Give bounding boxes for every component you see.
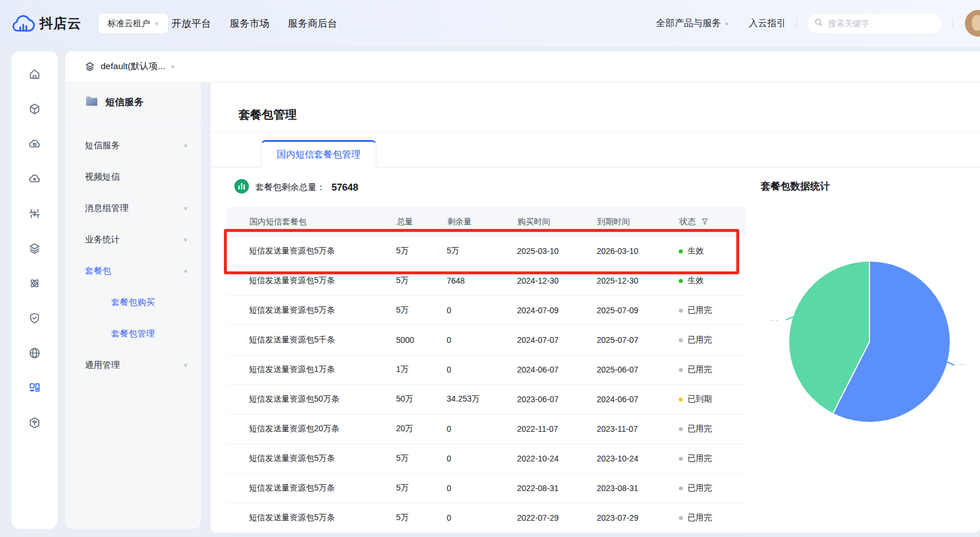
cell-expire: 2025-12-30 — [575, 276, 657, 285]
rail-item-shield[interactable] — [28, 312, 41, 325]
status-filter-icon[interactable] — [701, 217, 709, 227]
status-dot-expired — [679, 398, 683, 402]
all-products-label: 全部产品与服务 — [656, 17, 721, 30]
cell-name: 短信发送量资源包5万条 — [227, 453, 375, 464]
search-input[interactable] — [827, 18, 926, 28]
chevron-down-icon: ∨ — [725, 21, 729, 26]
rail-item-hexagon[interactable] — [28, 416, 41, 429]
cloud-guide-link[interactable]: 入云指引 — [749, 17, 786, 30]
status-label: 生效 — [687, 246, 704, 256]
cell-status: 已到期 — [657, 394, 746, 404]
user-avatar[interactable] — [965, 10, 980, 37]
rail-item-layers[interactable] — [28, 242, 41, 255]
rail-item-atom[interactable] — [28, 277, 41, 290]
summary-value: 57648 — [332, 182, 358, 193]
tab-domestic-sms-packages[interactable]: 国内短信套餐包管理 — [261, 140, 376, 167]
cell-buy: 2022-11-07 — [496, 424, 575, 434]
column-label: 状态 — [679, 217, 696, 227]
sidebar-item-message-groups[interactable]: 消息组管理∨ — [65, 192, 201, 224]
cell-buy: 2024-12-30 — [496, 276, 575, 285]
shield-icon — [28, 312, 41, 325]
cell-remain: 0 — [425, 513, 496, 522]
cell-remain: 0 — [425, 424, 496, 434]
cell-remain: 0 — [425, 365, 496, 374]
divider — [953, 18, 953, 28]
sidebar-item-label: 套餐包购买 — [111, 297, 155, 308]
doudian-cloud-console: 抖店云 标准云租户 ∨ 开放平台服务市场服务商后台 全部产品与服务 ∨ 入云指引 — [0, 0, 980, 537]
rail-item-cloud-upload[interactable] — [28, 172, 41, 185]
cell-remain: 7648 — [425, 276, 496, 285]
sidebar-item-packages[interactable]: 套餐包∧ — [65, 255, 201, 287]
sidebar-title: 短信服务 — [105, 96, 144, 109]
cell-remain: 34.253万 — [425, 394, 496, 404]
column-header-purchase-time: 购买时间 — [496, 217, 576, 227]
sidebar-item-label: 套餐包管理 — [111, 328, 155, 339]
cell-expire: 2025-07-07 — [575, 335, 657, 345]
cell-status: 已用完 — [657, 364, 746, 375]
cell-name: 短信发送量资源包5万条 — [227, 246, 375, 256]
topbar-nav: 开放平台服务市场服务商后台 — [172, 17, 337, 30]
all-products-menu[interactable]: 全部产品与服务 ∨ — [656, 17, 729, 30]
status-dot-used — [679, 516, 683, 520]
status-label: 已用完 — [687, 483, 712, 493]
summary-row: 套餐包剩余总量： 57648 — [234, 179, 358, 196]
brand-logo[interactable]: 抖店云 — [10, 13, 81, 33]
cell-status: 已用完 — [657, 305, 746, 316]
chevron-down-icon: ∨ — [183, 237, 188, 242]
topbar-nav-service-market[interactable]: 服务市场 — [230, 17, 269, 30]
table-row: 短信发送量资源包5千条500002024-07-072025-07-07已用完 — [227, 325, 746, 355]
sidebar-item-business-stats[interactable]: 业务统计∨ — [65, 224, 201, 255]
sidebar-item-video-sms[interactable]: 视频短信 — [65, 161, 201, 192]
sidebar-item-sms-service[interactable]: 短信服务∨ — [65, 130, 201, 161]
cell-remain: 0 — [425, 335, 496, 345]
cell-name: 短信发送量资源包5万条 — [227, 275, 375, 286]
rail-item-home[interactable] — [28, 67, 41, 81]
status-label: 已用完 — [687, 305, 712, 316]
column-header-remaining: 剩余量 — [426, 217, 496, 227]
topbar-nav-service-provider-console[interactable]: 服务商后台 — [288, 17, 337, 30]
search-box[interactable] — [807, 14, 942, 33]
rail-item-cloud-sync[interactable] — [28, 137, 41, 151]
sidebar-item-label: 套餐包 — [85, 266, 111, 277]
cell-name: 短信发送量资源包5万条 — [227, 305, 375, 316]
topbar-nav-open-platform[interactable]: 开放平台 — [172, 17, 211, 30]
cell-remain: 0 — [425, 454, 496, 463]
sidebar-item-label: 通用管理 — [85, 360, 120, 371]
cell-buy: 2024-07-09 — [496, 306, 575, 315]
cell-remain: 5万 — [425, 246, 496, 256]
rail-item-apps[interactable] — [28, 381, 41, 395]
pie-chart[interactable] — [789, 262, 950, 422]
sidebar-item-label: 视频短信 — [85, 171, 120, 182]
sidebar-item-label: 消息组管理 — [85, 203, 129, 214]
chart-stat-icon — [234, 179, 249, 196]
status-label: 已用完 — [687, 335, 712, 345]
column-header-status: 状态 — [658, 217, 746, 227]
status-label: 已用完 — [687, 453, 712, 464]
table-row: 短信发送量资源包50万条50万34.253万2023-06-072024-06-… — [227, 385, 746, 414]
rail-item-pipeline[interactable] — [28, 207, 41, 220]
topbar-right: 全部产品与服务 ∨ 入云指引 — [656, 10, 980, 37]
status-label: 已到期 — [687, 394, 712, 404]
cell-total: 1万 — [375, 364, 425, 375]
column-label: 购买时间 — [518, 217, 550, 227]
cell-expire: 2025-06-07 — [575, 365, 657, 374]
tenant-selector[interactable]: 标准云租户 ∨ — [98, 13, 169, 34]
cell-total: 5万 — [375, 483, 425, 493]
sidebar-item-package-purchase[interactable]: 套餐包购买 — [65, 287, 201, 318]
cell-buy: 2022-10-24 — [496, 454, 575, 463]
status-dot-active — [679, 279, 683, 283]
chevron-down-icon: ∨ — [155, 21, 159, 26]
table-row: 短信发送量资源包5万条5万5万2025-03-102026-03-10生效 — [227, 237, 746, 266]
sidebar-item-package-management[interactable]: 套餐包管理 — [65, 318, 201, 349]
status-label: 生效 — [687, 275, 704, 286]
layers-icon — [84, 61, 95, 72]
sidebar-item-label: 业务统计 — [85, 234, 120, 245]
column-header-total: 总量 — [375, 217, 426, 227]
rail-item-cube[interactable] — [28, 102, 41, 116]
chevron-up-icon: ∧ — [183, 268, 188, 274]
cell-remain: 0 — [425, 306, 496, 315]
project-bar[interactable]: default(默认项... ∨ — [65, 51, 980, 83]
table-row: 短信发送量资源包5万条5万02022-08-312023-08-31已用完 — [227, 474, 746, 503]
sidebar-item-general-management[interactable]: 通用管理∨ — [65, 349, 201, 381]
rail-item-globe[interactable] — [28, 346, 41, 360]
